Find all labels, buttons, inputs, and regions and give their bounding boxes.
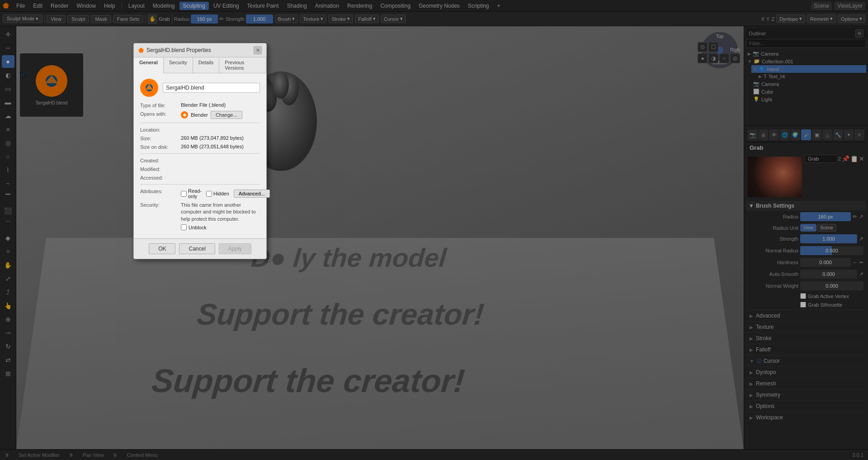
tool-nudge[interactable]: ⇀ (2, 327, 14, 339)
prop-icon-view[interactable]: 👁 (769, 129, 779, 140)
hardness-edit-icon[interactable]: ✏ (859, 260, 863, 266)
tool-slide-relax[interactable]: ⇄ (2, 354, 14, 366)
section-dyntopo[interactable]: ▶ Dyntopo (746, 366, 866, 378)
section-falloff[interactable]: ▶ Falloff (746, 344, 866, 355)
section-remesh[interactable]: ▶ Remesh (746, 378, 866, 389)
shading-rendered[interactable]: ◎ (730, 53, 740, 63)
scene-dropdown[interactable]: Scene (811, 2, 832, 10)
toggle-overlays[interactable]: ⊙ (698, 42, 708, 52)
tool-smooth[interactable]: ~ (2, 177, 14, 190)
tool-elastic-deform[interactable]: ⤢ (2, 272, 14, 285)
prop-icon-particles[interactable]: ✦ (844, 129, 854, 140)
tool-move[interactable]: ↔ (2, 42, 14, 54)
section-symmetry[interactable]: ▶ Symmetry (746, 389, 866, 400)
shading-solid[interactable]: ● (698, 53, 708, 63)
file-properties-dialog[interactable]: ⬟ SergalHD.blend Properties ✕ General Se… (133, 43, 267, 259)
radius-eyedropper[interactable]: ✏ (219, 16, 224, 22)
normal-weight-value[interactable]: 0.000 (800, 281, 863, 290)
view-menu[interactable]: View (47, 15, 66, 23)
tool-crease[interactable]: ⌇ (2, 164, 14, 176)
brush-pin-icon[interactable]: 📌 (842, 155, 849, 162)
dialog-tab-details[interactable]: Details (193, 57, 220, 73)
change-app-button[interactable]: Change... (211, 111, 242, 119)
menu-file[interactable]: File (13, 2, 28, 10)
radius-value[interactable]: 160 px (191, 14, 218, 24)
menu-rendering[interactable]: Rendering (344, 2, 376, 10)
tool-clay[interactable]: ▭ (2, 82, 14, 95)
readonly-checkbox-label[interactable]: Read-only (181, 188, 202, 199)
prop-icon-modifier[interactable]: 🔧 (833, 129, 843, 140)
stroke-dropdown[interactable]: Stroke ▾ (328, 14, 353, 23)
tool-boundary[interactable]: ⊞ (2, 367, 14, 380)
options-dropdown[interactable]: Options ▾ (838, 14, 865, 23)
apply-button[interactable]: Apply (219, 243, 251, 254)
ok-button[interactable]: OK (149, 243, 175, 254)
outliner-filter-icon[interactable]: ⚙ (855, 29, 863, 38)
prop-icon-scene[interactable]: 🌐 (780, 129, 790, 140)
prop-icon-physics[interactable]: ⚛ (854, 129, 864, 140)
menu-render[interactable]: Render (47, 2, 72, 10)
falloff-dropdown[interactable]: Falloff ▾ (355, 14, 379, 23)
outliner-search-input[interactable] (746, 39, 866, 48)
hardness-arrows[interactable]: ↔ (853, 260, 858, 265)
menu-compositing[interactable]: Compositing (377, 2, 414, 10)
menu-window[interactable]: Window (73, 2, 99, 10)
tool-rotate[interactable]: ↻ (2, 340, 14, 353)
outliner-item-cube[interactable]: ⬜ Cube (751, 88, 866, 95)
brush-copy-icon[interactable]: 📋 (850, 155, 858, 162)
dialog-tab-previous-versions[interactable]: Previous Versions (219, 57, 266, 73)
prop-icon-output[interactable]: 🖨 (759, 129, 769, 140)
brush-name-input[interactable] (805, 155, 837, 163)
mask-menu[interactable]: Mask (91, 15, 111, 23)
section-workspace[interactable]: ▶ Workspace (746, 412, 866, 423)
auto-smooth-driver[interactable]: ↗ (859, 271, 863, 277)
grab-icon[interactable]: ✋ (147, 14, 157, 24)
section-cursor[interactable]: ▼ ☑ Cursor (746, 355, 866, 366)
tool-pose[interactable]: ⊕ (2, 313, 14, 326)
menu-sculpting[interactable]: Sculpting (179, 2, 209, 10)
brush-delete-icon[interactable]: ✕ (859, 155, 864, 162)
viewlayer-dropdown[interactable]: ViewLayer (835, 2, 865, 10)
hidden-checkbox-label[interactable]: Hidden (206, 191, 229, 197)
cursor-dropdown[interactable]: Cursor ▾ (381, 14, 406, 23)
tool-draw-sharp[interactable]: ◐ (2, 69, 14, 81)
hardness-value[interactable]: 0.000 (800, 258, 851, 267)
brush-dropdown[interactable]: Brush ▾ (275, 14, 298, 23)
radius-link-icon[interactable]: ✏ (853, 213, 857, 220)
hidden-checkbox[interactable] (206, 191, 212, 197)
shading-render[interactable]: ○ (719, 53, 729, 63)
grab-active-vertex-label[interactable]: Grab Active Vertex (800, 293, 849, 299)
outliner-item-camera[interactable]: ▶ 📷 Camera (746, 50, 866, 57)
tool-inflate[interactable]: ◎ (2, 137, 14, 149)
prop-icon-object[interactable]: ▣ (812, 129, 822, 140)
menu-scripting[interactable]: Scripting (464, 2, 493, 10)
tool-snake-hook[interactable]: ⤴ (2, 286, 14, 299)
tool-fill[interactable]: ⬛ (2, 204, 14, 217)
dialog-tab-security[interactable]: Security (164, 57, 193, 73)
strength-driver-icon[interactable]: ↗ (859, 236, 863, 242)
grab-active-vertex-cb[interactable] (800, 293, 806, 299)
auto-smooth-value[interactable]: 0.000 (800, 270, 857, 279)
tool-blob[interactable]: ○ (2, 150, 14, 163)
radius-driver-icon[interactable]: ↗ (859, 213, 863, 220)
dyntopo-dropdown[interactable]: Dyntopo ▾ (776, 14, 805, 23)
menu-texture-paint[interactable]: Texture Paint (244, 2, 283, 10)
menu-animation[interactable]: Animation (311, 2, 343, 10)
sculpt-menu[interactable]: Sculpt (67, 15, 90, 23)
face-sets-menu[interactable]: Face Sets (113, 15, 144, 23)
outliner-item-collection[interactable]: ▼ 📁 Collection.001 (746, 57, 866, 65)
tool-scrape[interactable]: ⌒ (2, 218, 14, 231)
prop-icon-mesh[interactable]: △ (822, 129, 832, 140)
radius-prop-value[interactable]: 160 px (800, 212, 851, 221)
dialog-filename-input[interactable] (163, 83, 260, 93)
readonly-checkbox[interactable] (181, 191, 187, 197)
remesh-dropdown[interactable]: Remesh ▾ (807, 14, 836, 23)
menu-uv-editing[interactable]: UV Editing (210, 2, 243, 10)
prop-icon-tool[interactable]: 🖌 (801, 129, 811, 140)
menu-edit[interactable]: Edit (29, 2, 46, 10)
menu-layout[interactable]: Layout (125, 2, 148, 10)
brush-settings-header[interactable]: ▼ Brush Settings (746, 201, 866, 211)
menu-add[interactable]: + (494, 2, 504, 10)
outliner-item-hand[interactable]: ▼ 🔷 Hand (751, 65, 866, 73)
tool-pinch[interactable]: ✧ (2, 245, 14, 258)
